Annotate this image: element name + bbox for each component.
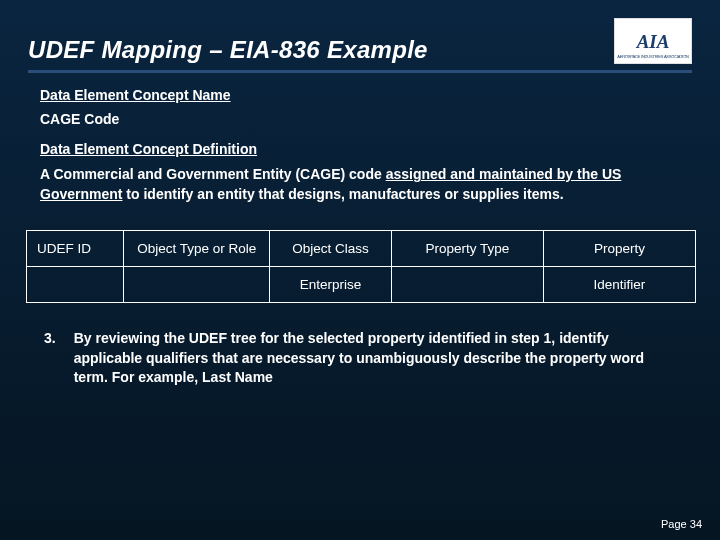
page-title: UDEF Mapping – EIA-836 Example — [28, 36, 428, 64]
logo-subtext: AEROSPACE INDUSTRIES ASSOCIATION — [617, 54, 688, 59]
mapping-table: UDEF ID Object Type or Role Object Class… — [26, 230, 696, 303]
concept-name-label: Data Element Concept Name — [40, 87, 680, 103]
concept-def-label: Data Element Concept Definition — [40, 141, 680, 157]
cell-object-type — [124, 267, 270, 303]
col-property-type: Property Type — [391, 231, 543, 267]
table-header-row: UDEF ID Object Type or Role Object Class… — [27, 231, 696, 267]
def-pre: A Commercial and Government Entity (CAGE… — [40, 166, 386, 182]
col-property: Property — [543, 231, 695, 267]
concept-def-value: A Commercial and Government Entity (CAGE… — [40, 165, 680, 204]
logo-text: AIA — [637, 32, 670, 51]
step-body: By reviewing the UDEF tree for the selec… — [74, 329, 676, 388]
cell-property: Identifier — [543, 267, 695, 303]
cell-object-class: Enterprise — [270, 267, 392, 303]
col-object-class: Object Class — [270, 231, 392, 267]
logo: AIA AEROSPACE INDUSTRIES ASSOCIATION — [614, 18, 692, 64]
concept-name-value: CAGE Code — [40, 111, 680, 127]
page-number: Page 34 — [661, 518, 702, 530]
step-note: 3. By reviewing the UDEF tree for the se… — [40, 329, 680, 388]
cell-udef-id — [27, 267, 124, 303]
col-udef-id: UDEF ID — [27, 231, 124, 267]
def-post: to identify an entity that designs, manu… — [122, 186, 563, 202]
step-number: 3. — [44, 329, 56, 388]
col-object-type: Object Type or Role — [124, 231, 270, 267]
cell-property-type — [391, 267, 543, 303]
title-rule — [28, 70, 692, 73]
table-row: Enterprise Identifier — [27, 267, 696, 303]
